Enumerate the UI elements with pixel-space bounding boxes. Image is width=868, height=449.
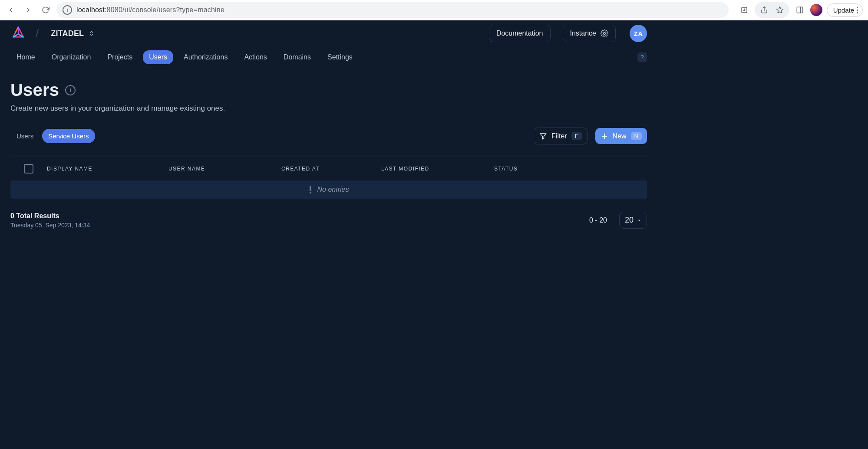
bookmark-star-icon[interactable] — [774, 4, 786, 16]
instance-label: Instance — [570, 29, 596, 37]
new-shortcut: N — [631, 132, 642, 140]
users-table: DISPLAY NAME USER NAME CREATED AT LAST M… — [10, 157, 647, 199]
install-app-icon[interactable] — [738, 4, 750, 16]
zitadel-logo-icon[interactable] — [9, 24, 28, 43]
extension-group — [755, 2, 789, 18]
breadcrumb-separator: / — [36, 25, 39, 42]
svg-marker-10 — [638, 220, 640, 221]
nav-organization[interactable]: Organization — [46, 50, 97, 64]
browser-forward-button[interactable] — [22, 3, 35, 16]
col-display-name[interactable]: DISPLAY NAME — [47, 166, 168, 172]
info-icon[interactable]: i — [65, 85, 76, 95]
results-timestamp: Tuesday 05. Sep 2023, 14:34 — [10, 222, 90, 229]
nav-home[interactable]: Home — [10, 50, 41, 64]
filter-shortcut: F — [571, 132, 582, 140]
help-button[interactable]: ? — [637, 52, 647, 62]
user-type-tabs: Users Service Users — [10, 129, 95, 143]
svg-point-6 — [604, 33, 606, 35]
col-created-at[interactable]: CREATED AT — [281, 166, 381, 172]
svg-rect-4 — [797, 7, 803, 13]
browser-reload-button[interactable] — [39, 3, 52, 16]
org-selector[interactable]: ZITADEL — [46, 26, 99, 41]
empty-label: No entries — [317, 186, 349, 193]
filter-button[interactable]: Filter F — [534, 128, 587, 144]
exclamation-icon — [309, 186, 312, 193]
url-text: localhost:8080/ui/console/users?type=mac… — [76, 6, 224, 14]
gear-icon — [601, 29, 608, 37]
page-size-select[interactable]: 20 — [619, 212, 647, 229]
page-title: Users — [10, 80, 59, 100]
nav-actions[interactable]: Actions — [238, 50, 273, 64]
instance-button[interactable]: Instance — [563, 25, 616, 42]
totals: 0 Total Results Tuesday 05. Sep 2023, 14… — [10, 212, 90, 229]
user-avatar[interactable]: ZA — [630, 25, 647, 42]
col-user-name[interactable]: USER NAME — [168, 166, 281, 172]
page-subtitle: Create new users in your organization an… — [10, 104, 647, 113]
filter-icon — [539, 132, 547, 140]
nav-users[interactable]: Users — [143, 50, 173, 64]
avatar-initials: ZA — [634, 30, 643, 37]
browser-toolbar: i localhost:8080/ui/console/users?type=m… — [0, 0, 868, 20]
total-results: 0 Total Results — [10, 212, 90, 220]
plus-icon — [601, 132, 608, 140]
browser-actions: Update — [738, 2, 863, 18]
site-info-icon[interactable]: i — [63, 5, 72, 15]
new-label: New — [613, 132, 627, 140]
tab-users[interactable]: Users — [10, 129, 40, 143]
nav-authorizations[interactable]: Authorizations — [178, 50, 234, 64]
main-nav: Home Organization Projects Users Authori… — [0, 47, 657, 68]
chevron-up-down-icon — [88, 30, 95, 37]
col-status[interactable]: STATUS — [494, 166, 647, 172]
nav-settings[interactable]: Settings — [321, 50, 359, 64]
kebab-icon — [857, 7, 858, 13]
svg-marker-3 — [776, 7, 783, 13]
update-label: Update — [833, 7, 854, 14]
tab-service-users[interactable]: Service Users — [42, 129, 95, 143]
list-toolbar: Users Service Users Filter F New N — [10, 128, 647, 144]
filter-label: Filter — [551, 132, 567, 140]
app-header: / ZITADEL Documentation Instance ZA — [0, 20, 657, 47]
org-name: ZITADEL — [51, 29, 84, 38]
page-content: Users i Create new users in your organiz… — [0, 68, 657, 243]
profile-avatar-icon[interactable] — [810, 4, 822, 16]
address-bar[interactable]: i localhost:8080/ui/console/users?type=m… — [56, 2, 729, 18]
select-all-checkbox[interactable] — [24, 164, 33, 174]
browser-back-button[interactable] — [4, 3, 17, 16]
nav-projects[interactable]: Projects — [101, 50, 139, 64]
table-footer: 0 Total Results Tuesday 05. Sep 2023, 14… — [10, 212, 647, 229]
caret-down-icon — [637, 218, 641, 223]
share-icon[interactable] — [758, 4, 770, 16]
nav-domains[interactable]: Domains — [277, 50, 317, 64]
empty-state: No entries — [10, 180, 647, 199]
table-header: DISPLAY NAME USER NAME CREATED AT LAST M… — [10, 157, 647, 180]
documentation-label: Documentation — [496, 29, 543, 37]
svg-marker-7 — [540, 134, 546, 139]
documentation-button[interactable]: Documentation — [489, 25, 551, 42]
pagination-range: 0 - 20 — [589, 216, 607, 224]
new-button[interactable]: New N — [595, 128, 647, 144]
browser-update-button[interactable]: Update — [827, 3, 863, 17]
page-size-value: 20 — [625, 216, 634, 225]
col-last-modified[interactable]: LAST MODIFIED — [381, 166, 494, 172]
app-shell: / ZITADEL Documentation Instance ZA Home… — [0, 20, 868, 449]
panel-icon[interactable] — [794, 4, 806, 16]
